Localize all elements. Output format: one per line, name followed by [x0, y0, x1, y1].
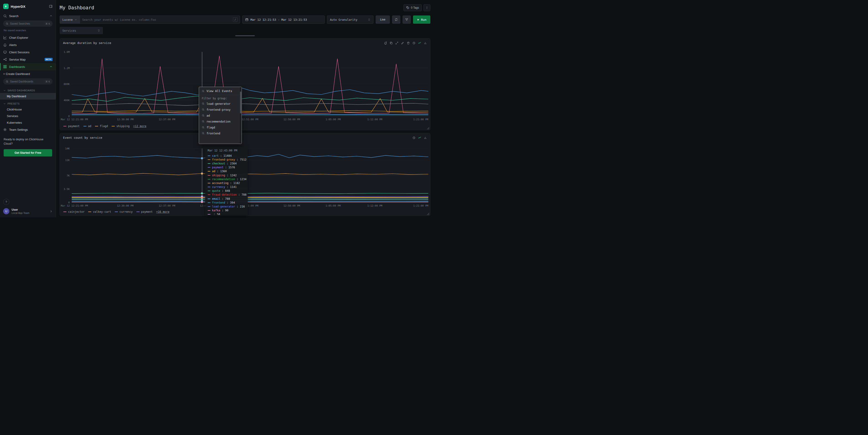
sidebar-item-dashboards[interactable]: Dashboards	[0, 63, 56, 70]
expand-icon[interactable]	[395, 41, 399, 44]
bar-chart-toggle-icon[interactable]	[424, 136, 427, 139]
delete-trash-icon[interactable]	[407, 41, 410, 44]
get-started-button[interactable]: Get Started for Free	[4, 149, 52, 156]
view-all-events-label: View All Events	[207, 89, 232, 93]
create-dashboard-button[interactable]: + Create Dashboard	[0, 70, 56, 77]
magnifier-icon	[6, 80, 8, 83]
sidebar-item-label: Client Sessions	[9, 51, 30, 54]
refresh-button[interactable]	[392, 15, 400, 24]
services-select[interactable]: Services	[60, 27, 103, 34]
legend-item[interactable]: currency	[115, 210, 133, 213]
sidebar-item-client-sessions[interactable]: Client Sessions	[0, 49, 56, 56]
presets-section[interactable]: PRESETS	[0, 99, 56, 106]
tooltip-row: frontend-proxy: 7512	[208, 158, 245, 161]
saved-dashboards-section[interactable]: SAVED DASHBOARDS	[0, 86, 56, 93]
tooltip-row: accounting: 1182	[208, 181, 245, 185]
tags-label: 0 Tags	[411, 6, 419, 9]
legend-item[interactable]: cainjector	[63, 210, 85, 213]
chevron-up-down-icon	[368, 18, 370, 21]
filter-popup-item[interactable]: flagd	[199, 124, 242, 130]
date-range-picker[interactable]: Mar 12 12:21:53 - Mar 12 13:21:53	[242, 15, 325, 24]
hyperdx-logo-icon	[3, 4, 9, 9]
chart-title: Average duration by service	[63, 41, 111, 44]
sidebar-item-kubernetes[interactable]: Kubernetes	[0, 119, 56, 126]
legend-item[interactable]: payment	[63, 125, 80, 128]
sidebar-item-service-map[interactable]: Service Map BETA	[0, 56, 56, 63]
chevron-right-icon	[50, 210, 53, 213]
sidebar-item-clickhouse[interactable]: ClickHouse	[0, 106, 56, 113]
logo-row: HyperDX	[0, 2, 56, 12]
resize-grip[interactable]	[427, 213, 429, 215]
saved-searches-input[interactable]: Saved Searches ⌘ K	[3, 21, 53, 27]
filter-popup-item[interactable]: load-generator	[199, 101, 242, 106]
legend-item[interactable]: valkey-cart	[88, 210, 111, 213]
chart-card-avg-duration: Average duration by service 0400K800K1.2…	[60, 38, 430, 130]
sidebar-item-alerts[interactable]: Alerts	[0, 41, 56, 49]
history-clock-icon[interactable]	[412, 41, 415, 44]
chart-plot-event-count[interactable]: 03.5K7K11K14K Mar 12 12:21:00 PM12:30:00…	[72, 149, 428, 203]
page-header: My Dashboard 0 Tags	[60, 0, 430, 15]
line-chart-toggle-icon[interactable]	[418, 136, 421, 139]
scrollbar-handle[interactable]	[235, 35, 255, 36]
chart-line-icon	[3, 36, 7, 39]
more-options-button[interactable]	[424, 4, 430, 11]
view-all-events-button[interactable]: View All Events	[199, 87, 242, 95]
sidebar-item-search[interactable]: Search	[0, 12, 56, 20]
help-icon[interactable]: ?	[3, 199, 9, 205]
saved-dashboards-input[interactable]: Saved Dashboards ⌘ K	[3, 79, 53, 85]
filter-popup-item[interactable]: recommendation	[199, 118, 242, 124]
chevron-up-icon	[50, 65, 53, 68]
sidebar-item-my-dashboard[interactable]: My Dashboard	[0, 93, 56, 99]
chart-plot-avg-duration[interactable]: 0400K800K1.2M1.6M Mar 12 12:21:00 PM12:3…	[72, 52, 428, 116]
legend-item[interactable]: shipping	[112, 125, 130, 128]
calendar-icon	[245, 18, 248, 21]
line-chart-toggle-icon[interactable]	[418, 41, 421, 44]
sidebar-item-team-settings[interactable]: Team Settings	[0, 126, 56, 133]
tooltip-row: load-generator: 216	[208, 205, 245, 208]
avatar: U	[3, 208, 9, 214]
resize-grip[interactable]	[427, 127, 429, 129]
chevron-down-icon	[74, 18, 77, 21]
chevron-up-icon	[50, 14, 53, 18]
edit-pencil-icon[interactable]	[401, 41, 404, 44]
legend-item[interactable]: ad	[83, 125, 91, 128]
granularity-select[interactable]: Auto Granularity	[327, 15, 373, 24]
run-button[interactable]: Run	[413, 15, 430, 24]
bar-chart-toggle-icon[interactable]	[424, 41, 427, 44]
legend-item[interactable]: flagd	[95, 125, 108, 128]
popup-scrollbar-thumb[interactable]	[240, 92, 241, 114]
filter-popup-item[interactable]: frontend-proxy	[199, 106, 242, 113]
tooltip-row: cart: 11484	[208, 154, 245, 158]
user-menu[interactable]: U User Local App Team	[3, 205, 53, 215]
popup-scrollbar-track[interactable]	[240, 87, 242, 144]
legend-item[interactable]: payment	[136, 210, 153, 213]
tooltip-row: recommendation: 1234	[208, 177, 245, 181]
sidebar-collapse-icon[interactable]	[49, 5, 53, 8]
filter-popup-item[interactable]: frontend	[199, 130, 242, 136]
language-select-value: Lucene	[62, 18, 73, 22]
chart-legend: paymentadflagdshipping+12 more	[63, 125, 147, 128]
series-marker	[201, 173, 203, 175]
duplicate-icon[interactable]	[390, 41, 393, 44]
sidebar-item-services[interactable]: Services	[0, 113, 56, 119]
filter-popup-item[interactable]: ad	[199, 113, 242, 118]
chart-title: Event count by service	[63, 136, 102, 139]
chart-tooltip: Mar 12 12:43:00 PM cart: 11484frontend-p…	[205, 147, 248, 215]
series-marker	[201, 201, 203, 203]
alert-bell-plus-icon[interactable]	[384, 41, 387, 44]
tooltip-timestamp: Mar 12 12:43:00 PM	[208, 149, 245, 152]
event-search-input[interactable]: Search your events w/ Lucene ex. column:…	[80, 15, 240, 24]
history-clock-icon[interactable]	[412, 136, 415, 139]
legend-more-link[interactable]: +12 more	[133, 125, 147, 128]
live-button[interactable]: Live	[376, 15, 390, 24]
language-select[interactable]: Lucene	[60, 15, 80, 24]
tags-button[interactable]: 0 Tags	[403, 4, 422, 11]
series-marker	[201, 192, 203, 194]
tooltip-row: fraud-detection: 788	[208, 193, 245, 197]
sidebar-item-chart-explorer[interactable]: Chart Explorer	[0, 34, 56, 41]
legend-more-link[interactable]: +16 more	[156, 210, 169, 213]
chart-legend: cainjectorvalkey-cartcurrencypayment+16 …	[63, 210, 169, 213]
no-saved-searches-note: No saved searches	[0, 28, 56, 34]
sidebar-item-label: Dashboards	[9, 65, 25, 68]
filter-button[interactable]	[403, 15, 411, 24]
